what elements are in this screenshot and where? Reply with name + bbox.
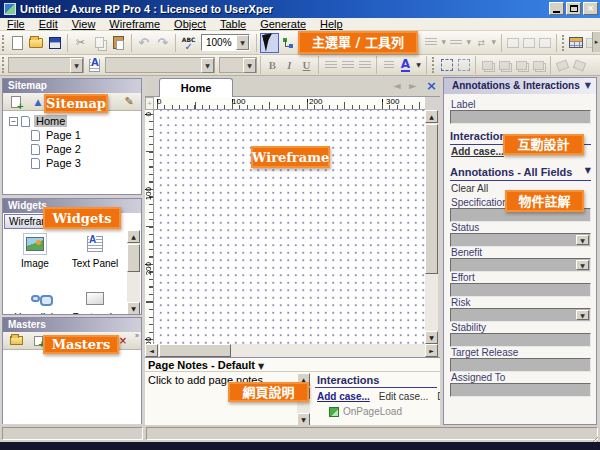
label-input[interactable] bbox=[450, 110, 591, 124]
dropdown-arrow-icon[interactable]: ▼ bbox=[576, 310, 589, 320]
delete-case-link[interactable]: Delete case... bbox=[437, 391, 440, 402]
italic-button[interactable]: I bbox=[281, 57, 298, 74]
toolbar-grip[interactable] bbox=[432, 57, 436, 73]
dropdown-arrow-icon[interactable]: ▼ bbox=[576, 235, 589, 245]
arrow-style-button[interactable]: ⇄ bbox=[473, 34, 489, 51]
bring-front-button[interactable] bbox=[479, 57, 496, 74]
cut-button[interactable]: ✂ bbox=[71, 33, 90, 53]
add-page-button[interactable] bbox=[8, 95, 24, 109]
dropdown-arrow-icon[interactable]: ▼ bbox=[585, 78, 591, 94]
rotate-left-button[interactable] bbox=[554, 57, 571, 74]
tree-item-page2[interactable]: Page 2 bbox=[31, 142, 141, 156]
redo-button[interactable]: ↷ bbox=[153, 33, 172, 53]
pointer-tool-button[interactable] bbox=[260, 33, 279, 53]
bullet-list-button[interactable] bbox=[380, 57, 397, 74]
edit-case-link[interactable]: Edit case... bbox=[379, 391, 428, 402]
menu-generate[interactable]: Generate bbox=[253, 18, 313, 31]
font-size-select[interactable]: ▼ bbox=[219, 57, 257, 73]
border-style-arrow[interactable]: ▼ bbox=[439, 34, 448, 51]
scroll-right-icon[interactable]: ► bbox=[425, 344, 438, 357]
inspector-header[interactable]: Annotations & Interactions ▼ bbox=[444, 78, 596, 94]
align-box-2-button[interactable] bbox=[521, 34, 537, 51]
minimize-button[interactable] bbox=[549, 2, 564, 15]
save-button[interactable] bbox=[46, 33, 65, 53]
scrollbar-thumb[interactable] bbox=[127, 244, 140, 272]
masters-list[interactable] bbox=[3, 350, 141, 424]
scrollbar-thumb[interactable] bbox=[425, 124, 438, 274]
menu-object[interactable]: Object bbox=[167, 18, 213, 31]
align-box-1-button[interactable] bbox=[505, 34, 521, 51]
line-weight-arrow[interactable]: ▼ bbox=[464, 34, 473, 51]
menu-wireframe[interactable]: Wireframe bbox=[102, 18, 167, 31]
font-color-arrow[interactable]: ▼ bbox=[414, 57, 423, 74]
panel-overflow-button[interactable]: » bbox=[133, 332, 141, 340]
align-right-button[interactable] bbox=[356, 57, 373, 74]
tree-collapse-icon[interactable]: − bbox=[9, 117, 18, 126]
tree-item-page3[interactable]: Page 3 bbox=[31, 156, 141, 170]
font-style-select[interactable]: ▼ bbox=[105, 57, 215, 73]
menu-view[interactable]: View bbox=[65, 18, 103, 31]
send-back-button[interactable] bbox=[496, 57, 513, 74]
clear-all-link[interactable]: Clear All bbox=[451, 183, 488, 194]
stability-input[interactable] bbox=[450, 333, 591, 347]
tab-home[interactable]: Home bbox=[159, 78, 233, 97]
widget-hyperlink[interactable]: Hyperlink bbox=[7, 287, 63, 315]
menu-edit[interactable]: Edit bbox=[32, 18, 65, 31]
style-editor-button[interactable] bbox=[86, 57, 103, 74]
dropdown-arrow-icon[interactable]: ▼ bbox=[576, 260, 589, 270]
risk-select[interactable]: ▼ bbox=[450, 308, 591, 322]
scroll-down-icon[interactable]: ▼ bbox=[425, 331, 438, 344]
dropdown-arrow-icon[interactable]: ▼ bbox=[236, 35, 249, 50]
menu-table[interactable]: Table bbox=[213, 18, 253, 31]
arrow-style-arrow[interactable]: ▼ bbox=[489, 34, 498, 51]
menu-file[interactable]: File bbox=[0, 18, 32, 31]
toolbar-grip[interactable] bbox=[2, 35, 6, 51]
tab-close-icon[interactable]: × bbox=[426, 78, 437, 93]
table-button[interactable] bbox=[568, 34, 584, 51]
send-backward-button[interactable] bbox=[530, 57, 547, 74]
border-style-button[interactable] bbox=[423, 34, 439, 51]
widget-text-panel[interactable]: Text Panel bbox=[67, 233, 123, 269]
tree-item-page1[interactable]: Page 1 bbox=[31, 128, 141, 142]
toolbar-grip[interactable] bbox=[2, 57, 6, 73]
toolbar-grip[interactable] bbox=[562, 35, 566, 51]
page-notes-header[interactable]: Page Notes - Default ▼ bbox=[145, 358, 440, 372]
dropdown-arrow-icon[interactable]: ▼ bbox=[585, 166, 591, 175]
target-release-input[interactable] bbox=[450, 358, 591, 372]
title-bar[interactable]: Untitled - Axure RP Pro 4 : Licensed to … bbox=[0, 0, 600, 18]
add-case-link[interactable]: Add case... bbox=[317, 391, 370, 402]
menu-help[interactable]: Help bbox=[313, 18, 350, 31]
paste-button[interactable] bbox=[109, 33, 128, 53]
canvas-hscrollbar[interactable]: ◄ ► bbox=[145, 344, 438, 357]
widgets-scrollbar[interactable]: ▲ ▼ bbox=[127, 230, 140, 315]
effort-input[interactable] bbox=[450, 283, 591, 297]
widget-rectangle[interactable]: Rectangle bbox=[67, 287, 123, 315]
group-button[interactable] bbox=[438, 57, 455, 74]
scroll-up-icon[interactable]: ▲ bbox=[425, 110, 438, 123]
scroll-down-icon[interactable]: ▼ bbox=[127, 302, 140, 315]
toolbar-overflow-button[interactable]: ▸ bbox=[592, 32, 600, 52]
align-box-3-button[interactable] bbox=[537, 34, 553, 51]
tab-next-icon[interactable]: ► bbox=[409, 80, 417, 91]
benefit-select[interactable]: ▼ bbox=[450, 258, 591, 272]
scrollbar-thumb[interactable] bbox=[159, 344, 231, 357]
align-left-button[interactable] bbox=[322, 57, 339, 74]
widget-image[interactable]: Image bbox=[7, 233, 63, 269]
align-center-button[interactable] bbox=[339, 57, 356, 74]
bold-button[interactable]: B bbox=[264, 57, 281, 74]
copy-button[interactable] bbox=[90, 33, 109, 53]
underline-button[interactable]: U bbox=[298, 57, 315, 74]
add-case-link[interactable]: Add case... bbox=[451, 146, 504, 157]
tab-prev-icon[interactable]: ◄ bbox=[393, 80, 401, 91]
assigned-to-input[interactable] bbox=[450, 383, 591, 397]
open-master-button[interactable] bbox=[8, 334, 24, 348]
open-button[interactable] bbox=[27, 33, 46, 53]
status-select[interactable]: ▼ bbox=[450, 233, 591, 247]
ungroup-button[interactable] bbox=[455, 57, 472, 74]
undo-button[interactable]: ↶ bbox=[135, 33, 154, 53]
font-family-select[interactable]: ▼ bbox=[8, 57, 84, 73]
close-button[interactable]: × bbox=[583, 2, 598, 15]
canvas-vscrollbar[interactable]: ▲ ▼ bbox=[425, 110, 438, 344]
connector-tool-button[interactable] bbox=[279, 33, 298, 53]
maximize-button[interactable] bbox=[566, 2, 581, 15]
